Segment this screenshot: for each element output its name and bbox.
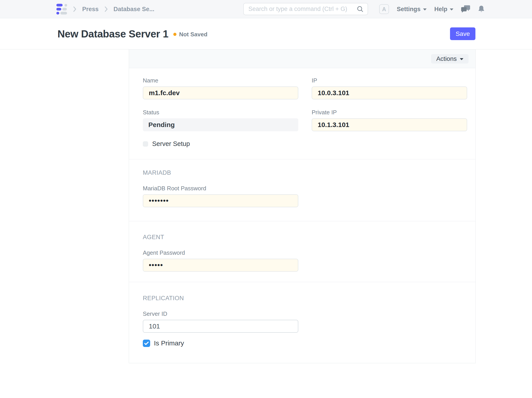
section-heading-mariadb: MARIADB	[143, 169, 462, 176]
help-menu[interactable]: Help	[434, 6, 454, 13]
field-label-private-ip: Private IP	[312, 109, 467, 116]
field-private-ip: Private IP	[312, 109, 467, 131]
is-primary-label: Is Primary	[154, 339, 184, 347]
field-label-status: Status	[143, 109, 298, 116]
private-ip-input[interactable]	[312, 118, 467, 131]
status-indicator: Not Saved	[173, 31, 207, 38]
breadcrumb-item-press[interactable]: Press	[82, 6, 99, 13]
title-wrap: New Database Server 1 Not Saved	[57, 18, 207, 50]
form-toolbar: Actions	[129, 50, 475, 68]
field-grid: Name IP Status Pending Private IP	[143, 77, 462, 131]
server-setup-row: Server Setup	[143, 140, 462, 148]
chevron-down-icon	[423, 8, 427, 11]
chevron-down-icon	[460, 58, 463, 60]
breadcrumb-item-database-server[interactable]: Database Se...	[114, 6, 154, 13]
page-title: New Database Server 1	[57, 28, 168, 40]
save-button[interactable]: Save	[450, 27, 475, 40]
page-head: New Database Server 1 Not Saved Save	[0, 18, 532, 50]
avatar[interactable]: A	[379, 4, 389, 14]
desk-page: { "colors": { "primary_button": "#5E64FF…	[0, 0, 532, 398]
ip-input[interactable]	[312, 86, 467, 99]
section-main: Name IP Status Pending Private IP Server…	[129, 68, 475, 159]
navbar-left: Press Database Se...	[56, 0, 154, 18]
not-saved-label: Not Saved	[179, 31, 207, 38]
checkmark-icon	[144, 340, 149, 346]
bell-icon[interactable]	[478, 5, 485, 13]
section-heading-replication: REPLICATION	[143, 295, 462, 302]
chevron-right-icon	[104, 6, 108, 12]
status-value: Pending	[143, 118, 298, 131]
form-card: Actions Name IP Status Pending Private I…	[129, 50, 476, 363]
server-setup-checkbox[interactable]	[143, 141, 148, 147]
global-search	[243, 3, 368, 15]
help-menu-label: Help	[434, 6, 448, 13]
server-id-input[interactable]	[143, 320, 298, 333]
field-name: Name	[143, 77, 298, 99]
field-ip: IP	[312, 77, 467, 99]
name-input[interactable]	[143, 86, 298, 99]
navbar-right: A Settings Help	[379, 0, 485, 18]
mariadb-root-password-input[interactable]	[143, 194, 298, 207]
field-mariadb-root-password: MariaDB Root Password	[143, 185, 298, 207]
is-primary-checkbox[interactable]	[143, 340, 150, 347]
field-label-server-id: Server ID	[143, 310, 298, 317]
actions-dropdown-button[interactable]: Actions	[431, 54, 469, 64]
settings-menu[interactable]: Settings	[397, 6, 427, 13]
search-icon	[357, 6, 364, 13]
settings-menu-label: Settings	[397, 6, 421, 13]
search-input[interactable]	[248, 6, 355, 13]
frappe-logo-icon[interactable]	[56, 4, 67, 14]
server-setup-label: Server Setup	[152, 140, 190, 148]
section-agent: AGENT Agent Password	[129, 221, 475, 282]
field-label-agent-password: Agent Password	[143, 249, 298, 256]
field-status: Status Pending	[143, 109, 298, 131]
actions-label: Actions	[436, 55, 457, 62]
section-heading-agent: AGENT	[143, 234, 462, 241]
navbar: Press Database Se... A Settings Help	[0, 0, 532, 18]
field-label-ip: IP	[312, 77, 467, 84]
orange-dot-icon	[173, 33, 177, 36]
agent-password-input[interactable]	[143, 259, 298, 272]
field-label-name: Name	[143, 77, 298, 84]
field-agent-password: Agent Password	[143, 249, 298, 272]
chevron-down-icon	[450, 8, 453, 11]
section-replication: REPLICATION Server ID Is Primary	[129, 282, 475, 363]
chat-icon[interactable]	[461, 5, 470, 13]
chevron-right-icon	[73, 6, 76, 12]
field-server-id: Server ID	[143, 310, 298, 333]
field-label-mariadb-root-password: MariaDB Root Password	[143, 185, 298, 192]
breadcrumb: Press Database Se...	[73, 6, 154, 13]
section-mariadb: MARIADB MariaDB Root Password	[129, 159, 475, 221]
is-primary-row: Is Primary	[143, 339, 462, 347]
